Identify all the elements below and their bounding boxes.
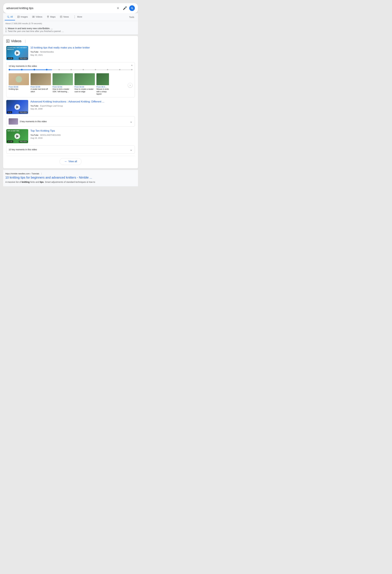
clip-item-4: From 04:44 How to create a neater cast-o… [75,73,95,95]
video-info-3: Top Ten Knitting Tips YouTube · WOOLANDT… [30,129,135,140]
video-platform-1: YouTube [30,51,39,53]
video-item-2: 2:11 PREVIEW Advanced Knitting Instructi… [6,100,135,114]
clips-next-button[interactable]: › [128,83,133,88]
clip-time-1[interactable]: From 00:00 [9,86,29,88]
close-icon[interactable]: ✕ [117,6,119,10]
tab-tools[interactable]: Tools [127,14,137,20]
play-button-1[interactable] [14,50,20,56]
tab-images[interactable]: Images [15,14,30,20]
video-meta-1: YouTube · NimbleNeedles May 30, 2021 [30,50,135,57]
video-preview-label-1: PREVIEW [19,58,28,60]
videos-card: Videos ⋮ 10 KNITTING TIPS FOR BEST RESUL… [3,36,138,168]
clip-item-1: From 00:00 Knitting tips [9,73,29,95]
clip-desc-3: How to knit a neater SSK / left-leaning… [53,88,73,93]
snippet-line-1: 1. Weave in and twist every new color/Bo… [5,27,136,30]
tab-videos[interactable]: Videos [30,14,44,20]
view-all-container: → View all [6,156,135,166]
key-moments-header-1[interactable]: 13 key moments in this video ^ [6,62,135,69]
clip-time-4[interactable]: From 04:44 [75,86,95,88]
clip-thumb-1[interactable] [9,73,29,85]
video-preview-label-2: PREVIEW [19,111,28,113]
video-title-2[interactable]: Advanced Knitting Instructions : Advance… [30,100,135,103]
nav-tabs: All Images Videos Maps News ⋮ More Tools [3,13,138,21]
result-url: https://nimble-needles.com › Tutorials ⋮ [5,172,136,175]
video-info-2: Advanced Knitting Instructions : Advance… [30,100,135,110]
view-all-button[interactable]: → View all [59,158,82,165]
video-preview-label-3: PREVIEW [19,141,28,143]
video-duration-3: 27:43 [7,141,13,143]
video-meta-3: YouTube · WOOLANDTHEGANG Aug 19, 2016 [30,134,135,140]
tab-all-label: All [10,16,13,18]
tab-maps[interactable]: Maps [44,14,58,20]
tab-news[interactable]: News [58,14,71,20]
video-duration-2: 2:11 [7,111,12,113]
clip-desc-5: Weave in ends with a sharp tapest [97,88,109,95]
search-query[interactable]: advanced knitting tips [6,7,117,10]
clip-desc-2: A neater last bind-off stitch [31,88,51,93]
results-info: About 17,600,000 results (0.79 seconds) [3,21,138,26]
tab-more-label: More [77,16,82,18]
tab-news-label: News [63,16,69,18]
video-thumb-text-1: 10 KNITTING TIPS FOR BEST RESULTS [7,47,28,50]
video-thumb-text-3: TOP 10 KNIT TIPS [7,130,19,132]
result-url-text: https://nimble-needles.com › Tutorials [5,172,39,175]
videos-menu-icon[interactable]: ⋮ [24,39,27,43]
svg-point-3 [18,16,18,17]
clip-thumb-3[interactable] [53,73,73,85]
clip-thumb-2[interactable] [31,73,51,85]
chevron-down-icon-3: ⌄ [130,147,133,152]
key-moments-title-1: 13 key moments in this video [9,65,37,67]
key-moments-title-2: 3 key moments in this video [20,120,47,123]
play-button-3[interactable] [14,133,20,139]
video-platform-3: YouTube [30,134,39,136]
video-title-3[interactable]: Top Ten Knitting Tips [30,129,135,133]
key-moments-title-3: 10 key moments in this video [9,148,37,151]
key-moments-collapsed-2: 3 key moments in this video [9,118,47,124]
clip-thumb-4[interactable] [75,73,95,85]
mic-icon[interactable]: 🎤 [123,6,127,10]
clip-time-2[interactable]: From 02:00 [31,86,51,88]
chevron-up-icon-1: ^ [131,64,133,68]
clip-desc-4: How to create a neater cast-on edge [75,88,95,93]
result-title[interactable]: 10 knitting tips for beginners and advan… [5,175,136,180]
video-channel-3: WOOLANDTHEGANG [40,134,61,136]
videos-title: Videos [11,39,21,43]
snippet-container: 1. Weave in and twist every new color/Bo… [3,26,138,34]
clip-time-5[interactable]: From 06:3… [97,86,109,88]
svg-point-6 [48,16,48,17]
key-moments-header-3[interactable]: 10 key moments in this video ⌄ [6,146,135,153]
more-icon: ⋮ [73,15,76,19]
clip-desc-1: Knitting tips [9,88,29,91]
clip-time-3[interactable]: From 02:54 [53,86,73,88]
bottom-result: https://nimble-needles.com › Tutorials ⋮… [3,170,138,186]
tab-all[interactable]: All [5,14,15,20]
video-item-1: 10 KNITTING TIPS FOR BEST RESULTS 25:59 … [6,46,135,60]
video-info-1: 10 knitting tips that really make you a … [30,46,135,57]
clip-item-5: From 06:3… Weave in ends with a sharp ta… [97,73,109,95]
video-thumb-3[interactable]: TOP 10 KNIT TIPS 27:43 PREVIEW [6,129,28,143]
tab-maps-label: Maps [50,16,56,18]
videos-header: Videos ⋮ [6,39,135,43]
result-url-menu-icon[interactable]: ⋮ [40,172,42,175]
tab-more[interactable]: ⋮ More [71,13,84,21]
svg-line-1 [9,17,9,18]
clip-thumb-5[interactable] [97,73,109,85]
key-moments-box-3: 10 key moments in this video ⌄ [6,145,135,154]
key-moments-progress-1 [6,69,135,73]
search-icon[interactable] [129,5,135,11]
video-date-3: Aug 19, 2016 [30,137,42,139]
video-section-icon [6,40,9,43]
video-date-1: May 30, 2021 [30,54,43,56]
svg-marker-5 [33,17,34,17]
svg-point-0 [7,16,9,18]
chevron-down-icon-2: ⌄ [130,119,133,123]
tab-videos-label: Videos [36,16,42,18]
video-date-2: Sep 28, 2008 [30,108,42,110]
key-moments-header-2[interactable]: 3 key moments in this video ⌄ [6,116,135,126]
key-moments-box-2: 3 key moments in this video ⌄ [6,116,135,127]
video-channel-1: NimbleNeedles [40,51,54,53]
video-thumb-2[interactable]: 2:11 PREVIEW [6,100,28,114]
play-button-2[interactable] [14,104,20,110]
video-title-1[interactable]: 10 knitting tips that really make you a … [30,46,135,49]
video-thumb-1[interactable]: 10 KNITTING TIPS FOR BEST RESULTS 25:59 … [6,46,28,60]
